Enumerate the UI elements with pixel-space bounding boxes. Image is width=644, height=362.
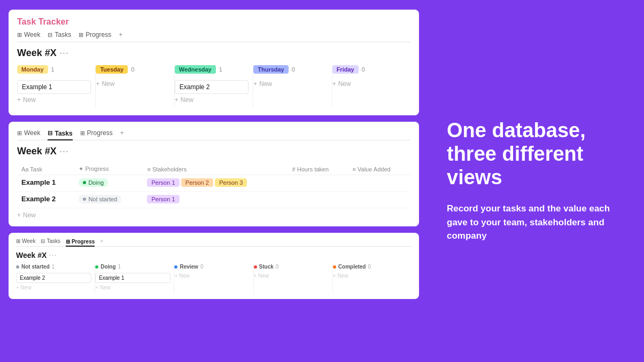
person-badge[interactable]: Person 1	[147, 178, 179, 187]
progress-col-not-started: Not started 1 Example 2 + New	[16, 264, 95, 294]
app-title: Task Tracker	[17, 17, 410, 27]
pdot-red-icon	[254, 265, 257, 269]
progress-new-button[interactable]: + New	[174, 273, 250, 279]
week-col-wednesday: Wednesday 1 Example 2 +New	[175, 65, 253, 108]
thursday-badge: Thursday	[253, 65, 289, 74]
friday-badge: Friday	[332, 65, 359, 74]
week-icon-3: ⊞	[16, 238, 20, 244]
person-badge[interactable]: Person 1	[147, 195, 179, 203]
progress-col-stuck: Stuck 0 + New	[254, 264, 333, 294]
progress-icon-3: ⊞	[66, 239, 70, 245]
review-header: Review 0	[174, 264, 250, 270]
pdot-gray-icon	[16, 265, 19, 269]
week-col-thursday: Thursday 0 +New	[253, 65, 332, 108]
stuck-header: Stuck 0	[254, 264, 329, 270]
progress-new-button[interactable]: + New	[16, 285, 91, 290]
monday-new-button[interactable]: +New	[17, 96, 91, 104]
monday-header: Monday 1	[17, 65, 91, 76]
wednesday-header: Wednesday 1	[175, 65, 249, 76]
tuesday-header: Tuesday 0	[96, 65, 169, 76]
progress-col-doing: Doing 1 Example 1 + New	[95, 264, 174, 294]
friday-new-button[interactable]: +New	[332, 80, 406, 88]
friday-header: Friday 0	[332, 65, 406, 76]
tasks-view-nav: ⊞ Week ⊟ Tasks ⊞ Progress +	[17, 129, 410, 140]
week-col-tuesday: Tuesday 0 +New	[96, 65, 174, 108]
tasks-icon-2: ⊟	[48, 130, 52, 137]
progress-view-card: ⊞ Week ⊟ Tasks ⊞ Progress + Week #X ··· …	[9, 233, 419, 299]
left-panel: Task Tracker ⊞ Week ⊟ Tasks ⊞ Progress +…	[0, 0, 428, 362]
value-cell	[348, 192, 410, 208]
subtext: Record your tasks and the value each gav…	[447, 202, 625, 243]
tasks-view-card: ⊞ Week ⊟ Tasks ⊞ Progress + Week #X ··· …	[9, 122, 419, 226]
hours-cell	[288, 175, 348, 192]
col-stakeholders[interactable]: ≡ Stakeholders	[143, 163, 288, 175]
tab-week-3[interactable]: ⊞ Week	[16, 238, 35, 244]
progress-new-button[interactable]: + New	[333, 273, 408, 279]
person-list: Person 1 Person 2 Person 3	[147, 178, 283, 188]
col-task[interactable]: Aa Task	[17, 163, 74, 175]
pdot-orange-icon	[333, 265, 336, 269]
add-view-button-2[interactable]: +	[120, 129, 124, 137]
tab-week[interactable]: ⊞ Week	[17, 31, 40, 38]
pdot-blue-icon	[174, 265, 177, 269]
progress-col-review: Review 0 + New	[174, 264, 253, 294]
col-value[interactable]: ≡ Value Added	[348, 163, 410, 175]
completed-header: Completed 0	[333, 264, 408, 270]
tuesday-new-button[interactable]: +New	[96, 80, 169, 88]
person-badge[interactable]: Person 2	[181, 178, 213, 187]
add-view-button-3[interactable]: +	[100, 238, 103, 244]
status-badge-doing[interactable]: Doing	[79, 178, 108, 187]
progress-icon: ⊞	[79, 32, 83, 38]
tasks-icon-3: ⊟	[41, 238, 45, 244]
thursday-header: Thursday 0	[253, 65, 327, 76]
tab-tasks-2[interactable]: ⊟ Tasks	[48, 130, 72, 140]
tab-progress[interactable]: ⊞ Progress	[79, 31, 111, 38]
pdot-green-icon	[95, 265, 98, 269]
person-badge[interactable]: Person 3	[215, 178, 247, 187]
week-item[interactable]: Example 2	[175, 80, 249, 94]
tuesday-badge: Tuesday	[96, 65, 128, 74]
add-view-button[interactable]: +	[119, 31, 122, 38]
table-row: Example 2 Not started Person 1	[17, 192, 410, 208]
tasks-table: Aa Task ✦ Progress ≡ Stakeholders # Hour…	[17, 163, 410, 208]
monday-badge: Monday	[17, 65, 48, 74]
thursday-new-button[interactable]: +New	[253, 80, 327, 88]
value-cell	[348, 175, 410, 192]
progress-icon-2: ⊞	[80, 130, 85, 137]
dot-green-icon	[83, 181, 86, 184]
progress-grid: Not started 1 Example 2 + New Doing 1 Ex…	[16, 264, 412, 294]
tab-progress-3[interactable]: ⊞ Progress	[66, 239, 95, 247]
task-name[interactable]: Example 1	[21, 178, 56, 186]
progress-item[interactable]: Example 1	[95, 273, 170, 283]
week-item[interactable]: Example 1	[17, 80, 91, 94]
tasks-new-button[interactable]: +New	[17, 211, 410, 219]
tab-week-2[interactable]: ⊞ Week	[17, 129, 40, 137]
wednesday-new-button[interactable]: +New	[175, 96, 249, 104]
week-icon-2: ⊞	[17, 130, 22, 137]
tasks-icon: ⊟	[48, 32, 52, 38]
doing-header: Doing 1	[95, 264, 170, 270]
right-panel: One database, three different views Reco…	[428, 0, 644, 362]
week-icon: ⊞	[17, 32, 22, 38]
person-list: Person 1	[147, 195, 283, 204]
status-badge-not-started[interactable]: Not started	[79, 195, 121, 203]
not-started-header: Not started 1	[16, 264, 91, 270]
week-col-monday: Monday 1 Example 1 +New	[17, 65, 96, 108]
tab-tasks-3[interactable]: ⊟ Tasks	[41, 238, 60, 244]
wednesday-badge: Wednesday	[175, 65, 216, 74]
col-hours[interactable]: # Hours taken	[288, 163, 348, 175]
progress-item[interactable]: Example 2	[16, 273, 91, 283]
progress-view-nav: ⊞ Week ⊟ Tasks ⊞ Progress +	[16, 238, 412, 247]
week-grid: Monday 1 Example 1 +New Tuesday 0 +New W…	[17, 65, 410, 108]
col-progress[interactable]: ✦ Progress	[74, 163, 143, 175]
tab-progress-2[interactable]: ⊞ Progress	[80, 129, 113, 137]
progress-col-completed: Completed 0 + New	[333, 264, 412, 294]
progress-new-button[interactable]: + New	[254, 273, 329, 279]
tab-tasks[interactable]: ⊟ Tasks	[48, 31, 71, 38]
week-title: Week #X ···	[17, 48, 410, 59]
week-view-nav: ⊞ Week ⊟ Tasks ⊞ Progress +	[17, 31, 410, 42]
progress-new-button[interactable]: + New	[95, 285, 170, 290]
headline: One database, three different views	[447, 119, 625, 189]
task-name[interactable]: Example 2	[21, 195, 56, 203]
table-row: Example 1 Doing Person 1 Person 2 Person…	[17, 175, 410, 192]
